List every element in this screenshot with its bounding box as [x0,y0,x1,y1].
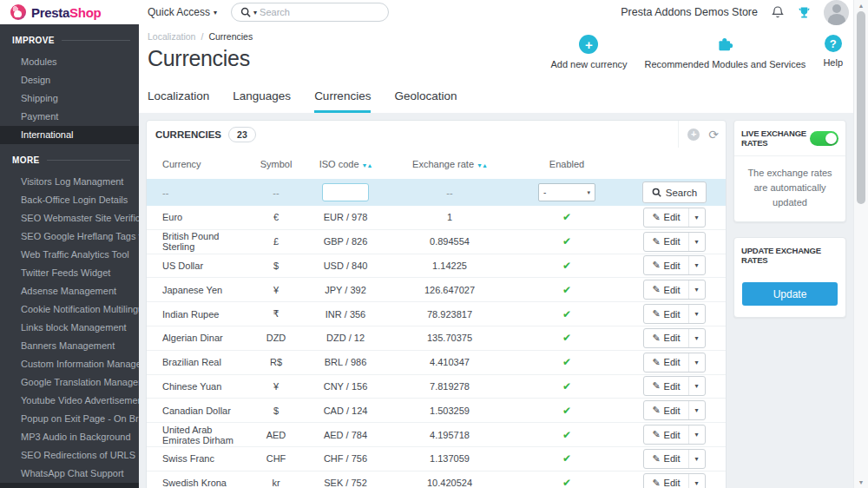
scrollbar-up-icon[interactable]: ▲ [854,3,868,9]
tab[interactable]: Localization [148,89,209,113]
edit-button[interactable]: ✎ Edit [644,305,687,323]
edit-dropdown-toggle[interactable]: ▾ [688,256,705,274]
table-search-button[interactable]: Search [642,181,707,203]
enabled-filter-select[interactable]: - ▾ [538,183,595,201]
table-row: Euro € EUR / 978 1 ✔ ✎ Edit ▾ [147,206,726,230]
sidebar-item[interactable]: Social Media Side Menu Links [0,483,139,488]
edit-button[interactable]: ✎ Edit [644,450,687,468]
store-name[interactable]: Presta Addons Demos Store [621,6,758,18]
enabled-check-icon[interactable]: ✔ [562,405,571,417]
edit-dropdown-toggle[interactable]: ▾ [688,305,705,323]
pencil-icon: ✎ [652,236,660,247]
sidebar-item[interactable]: Web Traffic Analytics Tool [0,246,139,264]
edit-dropdown-toggle[interactable]: ▾ [688,401,705,419]
live-rates-toggle[interactable] [810,131,838,146]
user-avatar[interactable] [824,0,849,25]
edit-dropdown-toggle[interactable]: ▾ [688,329,705,347]
sidebar-item[interactable]: Popup on Exit Page - On Brows... [0,410,139,428]
breadcrumb-parent[interactable]: Localization [148,31,195,42]
tab[interactable]: Languages [233,89,291,113]
sidebar-item[interactable]: Twitter Feeds Widget [0,264,139,282]
edit-dropdown-toggle[interactable]: ▾ [688,280,705,299]
sidebar-item[interactable]: Custom Information Managem... [0,355,139,373]
search-icon[interactable] [240,7,251,17]
column-header-exchange-rate[interactable]: Exchange rate▼▲ [389,159,510,169]
sidebar-item[interactable]: Back-Office Login Details [0,191,139,209]
enabled-check-icon[interactable]: ✔ [562,477,571,488]
scrollbar-thumb[interactable] [857,11,865,204]
sidebar-item[interactable]: SEO Webmaster Site Verification [0,209,139,228]
update-button[interactable]: Update [742,282,838,306]
edit-button[interactable]: ✎ Edit [644,474,687,488]
edit-button[interactable]: ✎ Edit [644,233,687,251]
edit-dropdown-toggle[interactable]: ▾ [688,353,705,372]
enabled-check-icon[interactable]: ✔ [562,284,571,296]
edit-button[interactable]: ✎ Edit [644,377,687,395]
sidebar-item[interactable]: SEO Redirections of URLS [0,446,139,465]
enabled-check-icon[interactable]: ✔ [562,452,571,465]
table-row: British Pound Sterling £ GBP / 826 0.894… [147,230,726,254]
edit-dropdown-toggle[interactable]: ▾ [688,474,705,488]
search-scope-caret-icon[interactable]: ▾ [253,9,257,16]
edit-button[interactable]: ✎ Edit [644,329,687,347]
edit-button[interactable]: ✎ Edit [644,425,687,444]
enabled-check-icon[interactable]: ✔ [562,429,571,441]
column-header-symbol: Symbol [250,159,302,169]
edit-button[interactable]: ✎ Edit [644,280,687,299]
edit-button[interactable]: ✎ Edit [644,353,687,372]
sidebar-item[interactable]: WhatsApp Chat Support [0,465,139,483]
enabled-check-icon[interactable]: ✔ [562,260,571,272]
edit-dropdown-toggle[interactable]: ▾ [688,450,705,468]
sidebar-item[interactable]: Shipping [0,89,139,108]
column-header-currency: Currency [147,159,250,169]
notifications-bell-icon[interactable] [771,5,785,19]
global-search-input[interactable] [260,7,379,17]
tab[interactable]: Currencies [314,89,371,113]
edit-button[interactable]: ✎ Edit [644,256,687,274]
enabled-check-icon[interactable]: ✔ [562,235,571,247]
sidebar-item[interactable]: Google Translation Management [0,373,139,392]
quick-access-menu[interactable]: Quick Access ▾ [148,6,217,18]
sort-arrows-icon[interactable]: ▼▲ [477,162,487,168]
table-row: United Arab Emirates Dirham AED AED / 78… [147,423,726,447]
scrollbar-down-icon[interactable]: ▼ [854,479,868,485]
sidebar-item[interactable]: Links block Management [0,319,139,337]
edit-button[interactable]: ✎ Edit [644,208,687,227]
sidebar-item[interactable]: Youtube Video Advertisement [0,392,139,410]
iso-code-filter-input[interactable] [322,183,369,201]
sidebar-item[interactable]: Cookie Notification Multilingual [0,300,139,319]
sidebar-item[interactable]: SEO Google Hreflang Tags for ... [0,228,139,246]
trophy-icon[interactable] [798,6,811,19]
sidebar-item[interactable]: Modules [0,53,139,71]
edit-dropdown-toggle[interactable]: ▾ [688,208,705,227]
tab[interactable]: Geolocation [394,89,457,113]
enabled-check-icon[interactable]: ✔ [562,211,571,223]
sidebar-item[interactable]: Visitors Log Managment [0,173,139,191]
panel-refresh-icon[interactable]: ⟳ [708,129,719,141]
enabled-check-icon[interactable]: ✔ [562,332,571,344]
sidebar-item[interactable]: Banners Management [0,337,139,355]
global-search: ▾ [231,3,389,22]
caret-down-icon: ▾ [214,9,217,16]
sidebar-item[interactable]: MP3 Audio in Background [0,428,139,446]
edit-dropdown-toggle[interactable]: ▾ [688,377,705,395]
help-button[interactable]: ? Help [823,35,843,68]
panel-add-icon[interactable]: + [687,129,700,141]
enabled-check-icon[interactable]: ✔ [562,356,571,368]
page-tabs: Localization Languages Currencies Geoloc… [148,89,853,113]
enabled-check-icon[interactable]: ✔ [562,308,571,320]
edit-dropdown-toggle[interactable]: ▾ [688,425,705,444]
edit-dropdown-toggle[interactable]: ▾ [688,233,705,251]
sidebar-item[interactable]: Adsense Management [0,282,139,300]
sidebar-item[interactable]: International [0,126,139,144]
add-new-currency-button[interactable]: + Add new currency [550,35,627,69]
edit-button[interactable]: ✎ Edit [644,401,687,419]
prestashop-logo[interactable]: PrestaShop [0,4,139,20]
enabled-check-icon[interactable]: ✔ [562,380,571,392]
sort-arrows-icon[interactable]: ▼▲ [362,162,372,168]
recommended-modules-button[interactable]: Recommended Modules and Services [645,35,806,69]
sidebar-item[interactable]: Design [0,71,139,89]
column-header-iso-code[interactable]: ISO code▼▲ [302,159,389,169]
sidebar-item[interactable]: Payment [0,108,139,126]
page-scrollbar[interactable]: ▲ ▼ [853,0,868,488]
